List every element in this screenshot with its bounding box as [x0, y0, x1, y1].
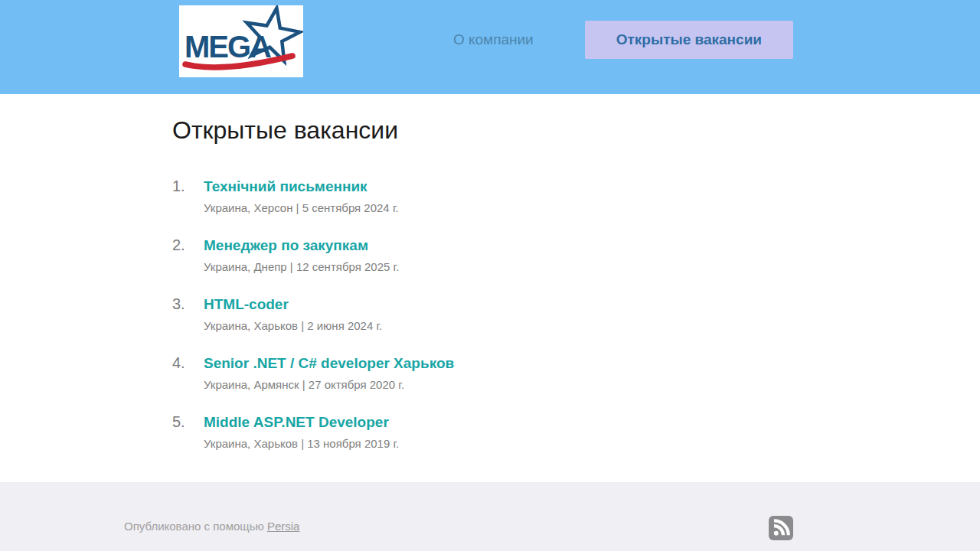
- vacancy-meta: Украина, Армянск | 27 октября 2020 г.: [204, 377, 454, 393]
- page-title: Открытые вакансии: [172, 116, 980, 145]
- vacancy-number: 2.: [172, 236, 204, 275]
- nav-item-vacancies-active[interactable]: Открытые вакансии: [585, 21, 793, 59]
- vacancy-number: 5.: [172, 413, 204, 452]
- vacancy-meta: Украина, Харьков | 13 ноября 2019 г.: [204, 436, 399, 452]
- published-with-text: Опубликовано с помощью Persia: [124, 519, 299, 534]
- vacancy-list-item: 4. Senior .NET / C# developer Харьков Ук…: [172, 354, 980, 393]
- page-footer: [0, 482, 980, 551]
- vacancy-number: 1.: [172, 178, 204, 216]
- main-nav: О компании Открытые вакансии: [453, 21, 793, 59]
- vacancy-link[interactable]: HTML-coder: [204, 295, 289, 313]
- nav-item-about[interactable]: О компании: [453, 31, 534, 48]
- vacancy-list: 1. Технічний письменник Украина, Херсон …: [172, 178, 980, 452]
- vacancy-link[interactable]: Middle ASP.NET Developer: [204, 413, 389, 431]
- company-logo[interactable]: MEGA: [179, 5, 303, 77]
- rss-icon[interactable]: [769, 516, 793, 540]
- vacancy-list-item: 2. Менеджер по закупкам Украина, Днепр |…: [172, 236, 980, 275]
- mega-logo-icon: MEGA: [179, 5, 303, 77]
- vacancy-link[interactable]: Технічний письменник: [204, 178, 368, 195]
- vacancy-number: 3.: [172, 295, 204, 334]
- main-content: Открытые вакансии 1. Технічний письменни…: [0, 94, 980, 452]
- vacancy-list-item: 1. Технічний письменник Украина, Херсон …: [172, 178, 980, 216]
- vacancy-list-item: 5. Middle ASP.NET Developer Украина, Хар…: [172, 413, 980, 452]
- vacancy-meta: Украина, Харьков | 2 июня 2024 г.: [204, 318, 382, 334]
- vacancy-link[interactable]: Senior .NET / C# developer Харьков: [204, 354, 454, 372]
- page-header: MEGA О компании Открытые вакансии: [0, 0, 980, 94]
- vacancy-number: 4.: [172, 354, 204, 393]
- vacancy-meta: Украина, Днепр | 12 сентября 2025 г.: [204, 259, 399, 275]
- vacancy-list-item: 3. HTML-coder Украина, Харьков | 2 июня …: [172, 295, 980, 334]
- vacancy-link[interactable]: Менеджер по закупкам: [204, 236, 368, 254]
- vacancy-meta: Украина, Херсон | 5 сентября 2024 г.: [204, 201, 399, 216]
- persia-link[interactable]: Persia: [267, 520, 300, 533]
- published-prefix: Опубликовано с помощью: [124, 520, 267, 533]
